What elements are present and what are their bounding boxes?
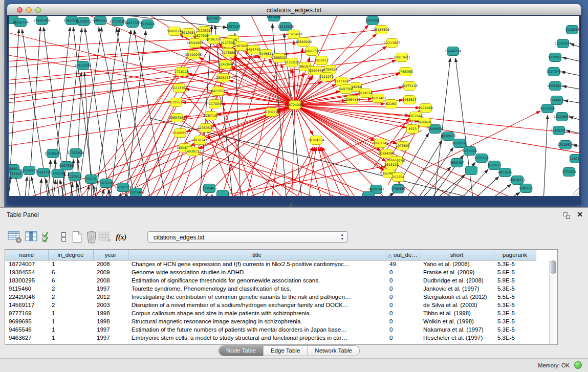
- table-cell[interactable]: 0: [386, 325, 420, 334]
- network-node[interactable]: 9474444: [463, 147, 477, 156]
- table-cell[interactable]: 0: [386, 334, 420, 342]
- table-cell[interactable]: 0: [386, 301, 420, 309]
- network-node[interactable]: 15276022: [75, 17, 92, 26]
- network-node[interactable]: 8267130: [204, 112, 218, 120]
- table-cell[interactable]: 0: [386, 268, 420, 276]
- delete-columns-button[interactable]: [84, 230, 99, 245]
- network-node[interactable]: 10973493: [394, 53, 410, 62]
- network-node[interactable]: 1588520: [272, 54, 286, 62]
- table-cell[interactable]: Hescheler et al. (1997): [420, 334, 494, 342]
- table-cell[interactable]: 1: [48, 334, 93, 342]
- network-node[interactable]: 7632621: [487, 161, 502, 170]
- table-mode-button[interactable]: [8, 230, 22, 245]
- network-node[interactable]: 11325419: [286, 30, 302, 39]
- table-cell[interactable]: 2012: [93, 293, 128, 301]
- column-header[interactable]: year: [93, 250, 128, 260]
- network-node[interactable]: 7357224: [226, 23, 241, 31]
- network-node[interactable]: 15166852: [172, 129, 188, 138]
- network-node[interactable]: 15692971: [551, 126, 567, 135]
- table-cell[interactable]: 5.3E-5: [494, 317, 536, 325]
- network-node[interactable]: 9146821: [259, 50, 273, 58]
- network-node[interactable]: [363, 192, 375, 196]
- network-node[interactable]: 8215958: [540, 104, 555, 113]
- network-node[interactable]: 2087682: [365, 16, 380, 25]
- network-node[interactable]: 10607487: [370, 94, 386, 103]
- network-node[interactable]: 10654112: [509, 176, 526, 185]
- table-cell[interactable]: Structural magnetic resonance image aver…: [128, 317, 386, 325]
- network-node[interactable]: 9129966: [548, 53, 562, 62]
- network-node[interactable]: 17016504: [557, 141, 574, 149]
- network-node[interactable]: 8813054: [267, 16, 281, 21]
- network-node[interactable]: 8122037: [285, 58, 299, 67]
- network-node[interactable]: 12923468: [128, 188, 144, 196]
- table-selector-dropdown[interactable]: citations_edges.txt ▲▼: [147, 231, 348, 243]
- network-node[interactable]: 8878342: [193, 136, 207, 145]
- close-panel-icon[interactable]: ✕: [577, 210, 583, 218]
- network-node[interactable]: 9463627: [402, 96, 417, 104]
- table-cell[interactable]: 9463627: [5, 334, 48, 342]
- network-node[interactable]: 15751074: [555, 39, 571, 48]
- scrollbar-thumb[interactable]: [551, 260, 556, 274]
- table-cell[interactable]: 5.3E-5: [494, 285, 536, 293]
- network-node[interactable]: 62160: [385, 100, 397, 108]
- table-row[interactable]: 1456911722003Disruption of a novel membe…: [5, 301, 536, 309]
- network-node[interactable]: 20691406: [34, 16, 50, 25]
- network-node[interactable]: 19142757: [35, 168, 52, 177]
- table-cell[interactable]: 2009: [93, 268, 128, 276]
- table-cell[interactable]: 5.3E-5: [494, 309, 536, 317]
- network-node[interactable]: 17359928: [68, 149, 84, 158]
- tab-network-table[interactable]: Network Table: [308, 346, 359, 356]
- network-node[interactable]: 8471676: [498, 168, 512, 177]
- network-node[interactable]: 3175685: [222, 49, 236, 57]
- table-cell[interactable]: Investigating the contribution of common…: [128, 293, 386, 301]
- network-node[interactable]: 16958107: [98, 179, 114, 188]
- network-node[interactable]: 5716485: [202, 184, 216, 193]
- table-cell[interactable]: 5.6E-5: [494, 268, 536, 276]
- table-cell[interactable]: 6: [48, 276, 93, 285]
- table-row[interactable]: 911546021997Tourette syndrome. Phenomeno…: [5, 285, 536, 293]
- network-node[interactable]: 9127508: [221, 39, 235, 48]
- network-node[interactable]: 1145194: [51, 169, 65, 178]
- table-cell[interactable]: 1997: [93, 325, 128, 334]
- network-node[interactable]: 9227343: [547, 68, 561, 76]
- column-header[interactable]: △out_de…: [386, 250, 420, 260]
- network-node[interactable]: 19384554: [308, 136, 324, 145]
- table-cell[interactable]: 1998: [93, 317, 128, 325]
- network-node[interactable]: 9115460: [419, 104, 433, 113]
- table-cell[interactable]: 5.3E-5: [494, 334, 536, 342]
- network-node[interactable]: 2718126: [175, 68, 189, 76]
- table-cell[interactable]: 0: [386, 276, 420, 285]
- table-cell[interactable]: 0: [386, 309, 420, 317]
- network-node[interactable]: 2935114: [474, 154, 489, 163]
- network-node[interactable]: 25300213: [263, 108, 279, 117]
- table-row[interactable]: 1872400712008Changes of HCN gene express…: [5, 260, 536, 268]
- table-cell[interactable]: Wolkin et al. (1998): [420, 317, 494, 325]
- table-cell[interactable]: 14569117: [5, 301, 48, 309]
- network-node[interactable]: 12213967: [384, 39, 400, 48]
- create-column-button[interactable]: [70, 230, 84, 245]
- table-cell[interactable]: 0: [386, 317, 420, 325]
- table-cell[interactable]: Corpus callosum shape and size in male p…: [128, 309, 386, 317]
- network-node[interactable]: 116753: [570, 155, 579, 163]
- network-node[interactable]: 13218506: [277, 23, 294, 31]
- table-cell[interactable]: 19384554: [5, 268, 48, 276]
- network-node[interactable]: 16640910: [295, 38, 312, 47]
- network-node[interactable]: 7515524: [140, 20, 155, 29]
- table-cell[interactable]: Jankovic et al. (1997): [420, 285, 494, 293]
- table-row[interactable]: 969969511998Structural magnetic resonanc…: [5, 317, 536, 325]
- network-node[interactable]: 12353534: [198, 124, 214, 133]
- row-options-button[interactable]: [57, 230, 71, 245]
- table-cell[interactable]: 1997: [93, 334, 128, 342]
- show-columns-button[interactable]: [25, 230, 39, 245]
- network-node[interactable]: 9699695: [418, 118, 432, 127]
- table-cell[interactable]: Estimation of the future numbers of pati…: [128, 325, 386, 334]
- network-node[interactable]: 8912954: [181, 29, 195, 37]
- column-header[interactable]: name: [5, 250, 48, 260]
- table-cell[interactable]: 0: [386, 293, 420, 301]
- network-node[interactable]: 9860124: [167, 27, 182, 36]
- network-node[interactable]: 252254: [392, 173, 404, 182]
- table-cell[interactable]: Disruption of a novel member of a sodium…: [128, 301, 386, 309]
- table-cell[interactable]: 5.9E-5: [494, 276, 536, 285]
- network-node[interactable]: 16210643: [554, 113, 570, 121]
- table-cell[interactable]: 5.3E-5: [494, 301, 536, 309]
